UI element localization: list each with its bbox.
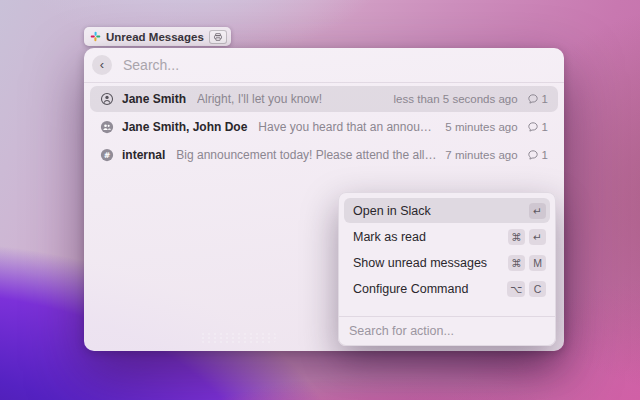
return-key-icon: ↵ (529, 229, 546, 245)
unread-count: 1 (527, 93, 548, 105)
unread-count: 1 (527, 121, 548, 133)
unread-count-value: 1 (542, 149, 548, 161)
message-row-jane-smith-john-doe[interactable]: Jane Smith, John Doe Have you heard that… (90, 114, 558, 140)
m-key: M (529, 255, 546, 271)
channel-hash-icon: # (100, 148, 114, 162)
action-mark-as-read[interactable]: Mark as read ⌘ ↵ (344, 224, 550, 249)
shortcut-keys: ↵ (529, 203, 546, 219)
chat-bubble-icon (527, 93, 539, 105)
action-search-input[interactable] (349, 324, 545, 338)
message-list: Jane Smith Alright, I'll let you know! l… (84, 83, 564, 170)
chat-bubble-icon (527, 121, 539, 133)
search-input[interactable] (123, 57, 554, 73)
shortcut-keys: ⌥ C (507, 281, 546, 297)
action-open-in-slack[interactable]: Open in Slack ↵ (344, 198, 550, 223)
message-title: internal (122, 148, 165, 162)
command-pill-label: Unread Messages (106, 31, 204, 43)
action-panel: Open in Slack ↵ Mark as read ⌘ ↵ Show un… (338, 192, 556, 346)
command-key-icon: ⌘ (508, 255, 525, 271)
shortcut-keys: ⌘ ↵ (508, 229, 546, 245)
action-configure-command[interactable]: Configure Command ⌥ C (344, 276, 550, 301)
message-preview: Alright, I'll let you know! (197, 92, 386, 106)
chat-bubble-icon (527, 149, 539, 161)
message-time: 5 minutes ago (445, 121, 517, 133)
action-label: Configure Command (353, 282, 468, 296)
unread-count-value: 1 (542, 121, 548, 133)
message-title: Jane Smith, John Doe (122, 120, 247, 134)
printer-icon (213, 32, 223, 42)
message-title: Jane Smith (122, 92, 186, 106)
person-circle-icon (100, 92, 114, 106)
action-label: Show unread messages (353, 256, 487, 270)
message-row-internal[interactable]: # internal Big announcement today! Pleas… (90, 142, 558, 168)
message-preview: Big announcement today! Please attend th… (176, 148, 437, 162)
message-time: less than 5 seconds ago (394, 93, 518, 105)
slack-icon (90, 31, 101, 42)
option-key-icon: ⌥ (507, 281, 525, 297)
action-label: Open in Slack (353, 204, 431, 218)
chevron-left-icon: ‹ (100, 58, 104, 71)
svg-text:#: # (104, 151, 111, 160)
action-show-unread-messages[interactable]: Show unread messages ⌘ M (344, 250, 550, 275)
shortcut-keys: ⌘ M (508, 255, 546, 271)
action-panel-items: Open in Slack ↵ Mark as read ⌘ ↵ Show un… (339, 193, 555, 302)
action-panel-footer (339, 316, 555, 345)
message-time: 7 minutes ago (445, 149, 517, 161)
hotkey-badge (209, 30, 227, 44)
c-key: C (529, 281, 546, 297)
action-label: Mark as read (353, 230, 426, 244)
unread-count-value: 1 (542, 93, 548, 105)
footer-dots-texture (200, 332, 276, 343)
back-button[interactable]: ‹ (92, 55, 112, 75)
return-key-icon: ↵ (529, 203, 546, 219)
message-row-jane-smith[interactable]: Jane Smith Alright, I'll let you know! l… (90, 86, 558, 112)
message-preview: Have you heard that an announcement is c… (258, 120, 437, 134)
window-header: ‹ (84, 48, 564, 82)
group-circle-icon (100, 120, 114, 134)
unread-count: 1 (527, 149, 548, 161)
command-key-icon: ⌘ (508, 229, 525, 245)
command-pill[interactable]: Unread Messages (84, 27, 231, 46)
